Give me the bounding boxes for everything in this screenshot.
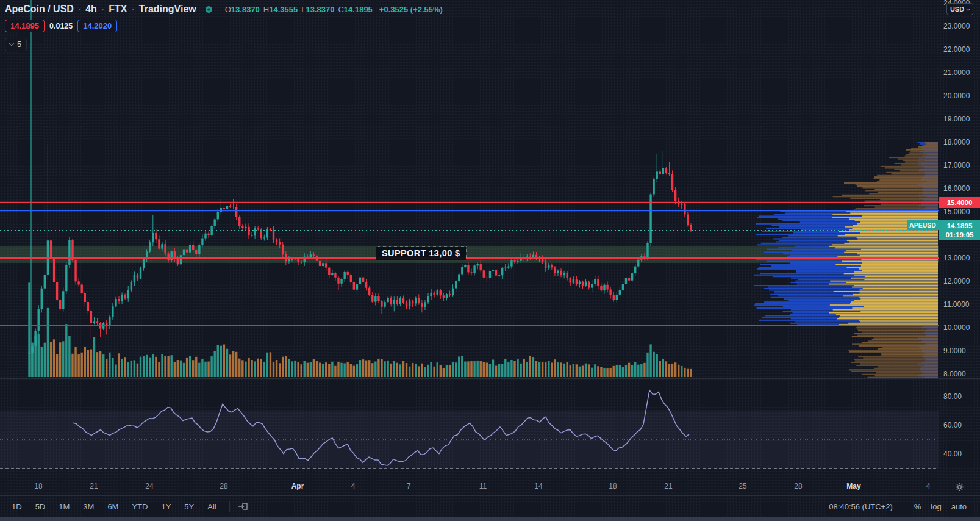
time-tick: 18 (609, 482, 617, 490)
time-tick: 21 (664, 482, 672, 490)
bar-count-dropdown[interactable]: 5 (5, 38, 27, 51)
chevron-down-icon (966, 6, 970, 10)
sell-price-button[interactable]: 14.1895 (5, 20, 45, 32)
range-all[interactable]: All (202, 500, 221, 513)
price-tick: 10.0000 (943, 323, 970, 332)
platform-label: TradingView (139, 4, 196, 15)
auto-scale-button[interactable]: auto (946, 500, 971, 513)
support-annotation[interactable]: SUPPORT 13,00 $ (376, 247, 466, 260)
time-tick: 28 (794, 482, 802, 490)
range-5y[interactable]: 5Y (179, 500, 199, 513)
scale-controls: 08:40:56 (UTC+2) % log auto (829, 500, 980, 513)
spread-value: 0.0125 (49, 22, 73, 31)
time-tick: Apr (291, 482, 304, 490)
log-scale-button[interactable]: log (926, 500, 946, 513)
toolbar-divider (229, 501, 230, 512)
rsi-tick: 80.00 (943, 392, 962, 401)
price-tick: 20.0000 (943, 92, 970, 100)
price-tick: 22.0000 (943, 45, 970, 54)
volume-profile[interactable] (754, 142, 938, 378)
time-tick: 18 (34, 482, 42, 490)
apecoin-logo-icon (206, 6, 212, 13)
symbol-price-tag: APEUSD (907, 220, 939, 230)
legend-separator: · (78, 4, 81, 15)
time-tick: 21 (90, 482, 98, 490)
price-tick: 13.0000 (943, 254, 970, 262)
time-tick: 14 (534, 482, 542, 490)
ohlc-readout: O13.8370 H14.3555 L13.8370 C14.1895 (225, 5, 373, 14)
range-1m[interactable]: 1M (53, 500, 75, 513)
time-tick: 24 (145, 482, 153, 490)
resistance-price-tag: 15.4000 (939, 197, 980, 208)
range-1d[interactable]: 1D (6, 500, 27, 513)
price-tick: 18.0000 (943, 138, 970, 146)
time-tick: 7 (407, 482, 411, 490)
price-tick: 19.0000 (943, 115, 970, 123)
interval-label[interactable]: 4h (85, 4, 97, 15)
price-tick: 12.0000 (943, 277, 970, 286)
time-tick: May (846, 482, 860, 490)
range-3m[interactable]: 3M (77, 500, 99, 513)
time-tick: 11 (479, 482, 487, 490)
price-tick: 16.0000 (943, 184, 970, 193)
range-6m[interactable]: 6M (102, 500, 124, 513)
range-5d[interactable]: 5D (30, 500, 51, 513)
rsi-pane[interactable] (0, 378, 939, 478)
gear-icon[interactable] (955, 483, 964, 492)
last-price-countdown-tag: 14.1895 01:19:05 (939, 220, 980, 240)
go-to-date-icon[interactable] (237, 501, 249, 511)
rsi-tick: 40.00 (943, 450, 962, 458)
time-tick: 4 (351, 482, 356, 490)
price-axis[interactable]: 24.0000 USD 23.000022.000021.000020.0000… (939, 0, 980, 478)
toolbar-divider (904, 501, 904, 512)
buy-price-button[interactable]: 14.2020 (77, 20, 117, 32)
time-tick: 28 (220, 482, 227, 490)
time-tick: 25 (739, 482, 746, 490)
chart-legend: ApeCoin / USD · 4h · FTX · TradingView O… (5, 4, 443, 51)
bottom-toolbar: 1D 5D 1M 3M 6M YTD 1Y 5Y All 08:40:56 (U… (0, 496, 980, 517)
session-clock[interactable]: 08:40:56 (UTC+2) (829, 502, 892, 511)
pane-separator[interactable] (0, 378, 980, 379)
time-tick: 4 (926, 482, 931, 490)
price-tick: 21.0000 (943, 68, 970, 77)
price-tick: 8.0000 (943, 370, 966, 378)
time-axis[interactable]: 18212428Apr47111418212528May4 (0, 478, 939, 495)
price-tick: 15.0000 (943, 207, 970, 216)
change-readout: +0.3525 (+2.55%) (379, 5, 443, 14)
main-chart-pane[interactable] (0, 0, 939, 378)
percent-scale-button[interactable]: % (909, 500, 926, 513)
range-1y[interactable]: 1Y (156, 500, 176, 513)
symbol-title[interactable]: ApeCoin / USD (5, 4, 74, 15)
axis-settings-corner[interactable] (939, 478, 980, 495)
exchange-label: FTX (109, 4, 127, 15)
chevron-down-icon (9, 41, 14, 46)
price-tick: 17.0000 (943, 161, 970, 170)
window-bottom-strip (0, 517, 980, 521)
range-buttons: 1D 5D 1M 3M 6M YTD 1Y 5Y All (0, 500, 249, 513)
range-ytd[interactable]: YTD (126, 500, 153, 513)
tradingview-chart-window: ApeCoin / USD · 4h · FTX · TradingView O… (0, 0, 980, 521)
rsi-tick: 60.00 (943, 421, 962, 429)
price-tick: 9.0000 (943, 347, 966, 355)
price-tick: 23.0000 (943, 22, 970, 31)
price-tick: 11.0000 (943, 300, 970, 309)
currency-toggle-button[interactable]: USD (946, 3, 973, 15)
